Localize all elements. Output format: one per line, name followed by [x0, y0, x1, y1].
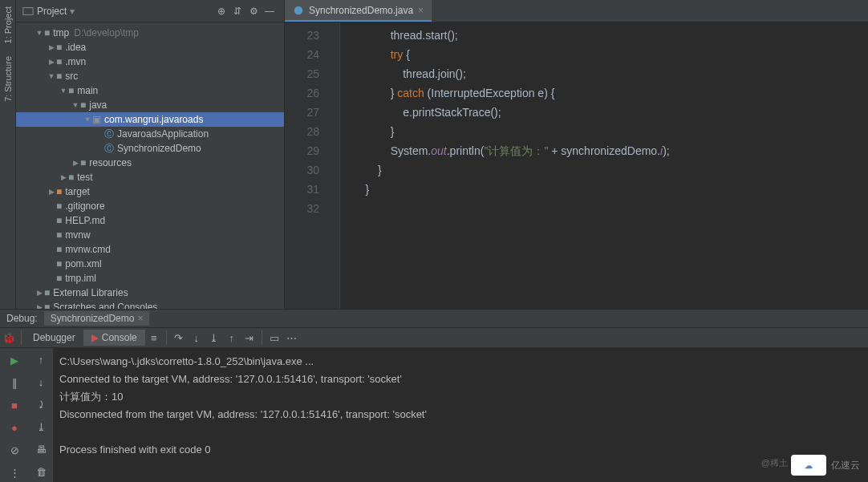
project-title[interactable]: Project ▾ — [22, 6, 75, 17]
svg-point-1 — [294, 6, 303, 14]
console-toolbar: ↑ ↓ ⤸ ⤓ 🖶 🗑 — [29, 348, 53, 482]
project-header: Project ▾ ⊕ ⇵ ⚙ — — [16, 0, 284, 22]
tree-node[interactable]: ▼■tmpD:\develop\tmp — [16, 26, 284, 40]
console-tab[interactable]: ▶ Console — [83, 330, 145, 346]
tree-node[interactable]: ■mvnw.cmd — [16, 242, 284, 257]
code-area[interactable]: 23242526272829303132 thread.start(); try… — [285, 22, 868, 309]
tree-node[interactable]: ■tmp.iml — [16, 271, 284, 286]
trace-icon[interactable]: ⋯ — [283, 329, 301, 346]
editor-tab-label: SynchronizedDemo.java — [309, 5, 413, 16]
debug-header: Debug: SynchronizedDemo × — [0, 310, 868, 327]
tree-node[interactable]: ■pom.xml — [16, 257, 284, 271]
pause-icon[interactable]: ‖ — [6, 374, 23, 391]
tree-node[interactable]: ▼■main — [16, 83, 284, 98]
tree-node[interactable]: ▶■Scratches and Consoles — [16, 300, 284, 309]
tree-node[interactable]: ▶■test — [16, 170, 284, 184]
tree-node[interactable]: ■HELP.md — [16, 213, 284, 228]
code-content[interactable]: thread.start(); try { thread.join(); } c… — [340, 22, 868, 309]
tree-node[interactable]: ▶■External Libraries — [16, 286, 284, 300]
editor-tab[interactable]: SynchronizedDemo.java × — [285, 0, 432, 22]
close-tab-icon[interactable]: × — [418, 5, 424, 16]
tree-node[interactable]: ▼■src — [16, 69, 284, 83]
breakpoints-icon[interactable]: ● — [6, 419, 23, 436]
tree-node[interactable]: ▶■.mvn — [16, 55, 284, 69]
brand-watermark: ☁ 亿速云 — [791, 455, 860, 476]
tree-node[interactable]: ▼▣com.wangrui.javaroads — [16, 112, 284, 127]
bug-icon[interactable]: 🐞 — [0, 329, 18, 346]
tree-node[interactable]: ■mvnw — [16, 228, 284, 242]
force-step-into-icon[interactable]: ⤓ — [205, 329, 223, 346]
tree-node[interactable]: ⒸJavaroadsApplication — [16, 127, 284, 141]
svg-rect-0 — [23, 7, 33, 14]
rail-tab-project[interactable]: 1: Project — [2, 0, 14, 50]
layout-icon[interactable]: ≡ — [145, 329, 163, 346]
debug-toolbar: 🐞 Debugger ▶ Console ≡ ↷ ↓ ⤓ ↑ ⇥ ▭ ⋯ — [0, 327, 868, 348]
down-stack-icon[interactable]: ↓ — [32, 374, 50, 391]
fold-gutter[interactable] — [329, 22, 340, 309]
soft-wrap-icon[interactable]: ⤸ — [32, 396, 50, 414]
project-tree[interactable]: ▼■tmpD:\develop\tmp▶■.idea▶■.mvn▼■src▼■m… — [16, 22, 284, 309]
tree-node[interactable]: ▶■.idea — [16, 40, 284, 55]
mute-bp-icon[interactable]: ⊘ — [6, 441, 23, 459]
tree-node[interactable]: ▶■resources — [16, 156, 284, 170]
project-icon — [22, 6, 34, 17]
tree-node[interactable]: ■.gitignore — [16, 199, 284, 213]
author-watermark: @稀土 — [761, 457, 788, 469]
scroll-end-icon[interactable]: ⤓ — [32, 419, 50, 436]
debugger-tab[interactable]: Debugger — [25, 330, 83, 346]
more-icon[interactable]: ⋮ — [6, 464, 23, 481]
cloud-logo-icon: ☁ — [791, 455, 826, 476]
console[interactable]: ↑ ↓ ⤸ ⤓ 🖶 🗑 C:\Users\wang-\.jdks\corrett… — [29, 348, 868, 482]
print-icon[interactable]: 🖶 — [32, 441, 50, 459]
settings-icon[interactable]: ⚙ — [245, 3, 262, 19]
clear-icon[interactable]: 🗑 — [32, 464, 50, 481]
debug-run-config[interactable]: SynchronizedDemo × — [44, 311, 150, 326]
rerun-icon[interactable]: ▶ — [6, 351, 23, 369]
tree-node[interactable]: ⒸSynchronizedDemo — [16, 141, 284, 156]
editor: SynchronizedDemo.java × 2324252627282930… — [285, 0, 868, 309]
debug-panel: Debug: SynchronizedDemo × 🐞 Debugger ▶ C… — [0, 309, 868, 482]
debug-label: Debug: — [6, 313, 38, 324]
stop-icon[interactable]: ■ — [6, 396, 23, 414]
hide-icon[interactable]: — — [262, 3, 278, 19]
up-stack-icon[interactable]: ↑ — [32, 351, 50, 369]
close-debug-tab-icon[interactable]: × — [137, 313, 143, 324]
left-tool-rail: 1: Project 7: Structure — [0, 0, 16, 309]
step-into-icon[interactable]: ↓ — [188, 329, 205, 346]
java-file-icon — [293, 5, 304, 16]
debug-left-rail: ▶ ‖ ■ ● ⊘ ⋮ — [0, 348, 29, 482]
locate-icon[interactable]: ⊕ — [213, 3, 229, 19]
tree-node[interactable]: ▶■target — [16, 184, 284, 199]
rail-tab-structure[interactable]: 7: Structure — [2, 50, 14, 108]
collapse-icon[interactable]: ⇵ — [229, 3, 245, 19]
evaluate-icon[interactable]: ▭ — [266, 329, 283, 346]
step-over-icon[interactable]: ↷ — [170, 329, 188, 346]
project-panel: Project ▾ ⊕ ⇵ ⚙ — ▼■tmpD:\develop\tmp▶■.… — [16, 0, 285, 309]
editor-tabs: SynchronizedDemo.java × — [285, 0, 868, 22]
step-out-icon[interactable]: ↑ — [223, 329, 241, 346]
line-gutter: 23242526272829303132 — [285, 22, 329, 309]
tree-node[interactable]: ▼■java — [16, 98, 284, 112]
run-to-cursor-icon[interactable]: ⇥ — [241, 329, 258, 346]
console-output: C:\Users\wang-\.jdks\corretto-1.8.0_252\… — [59, 353, 860, 477]
